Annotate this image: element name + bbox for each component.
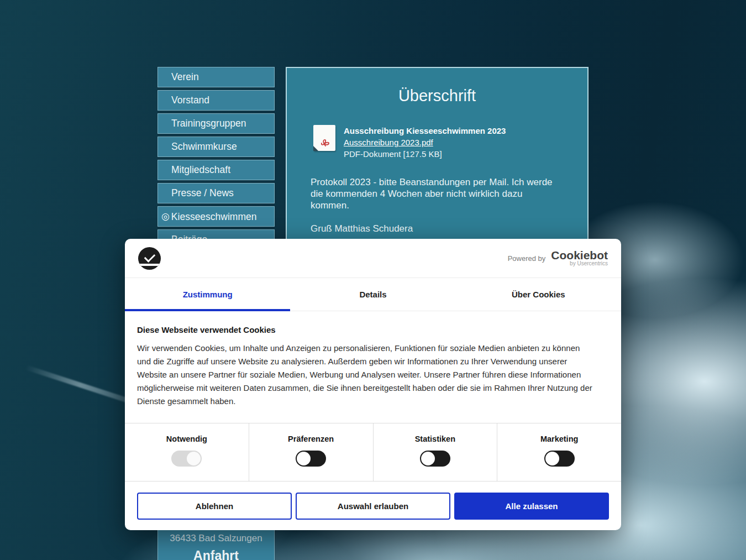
acrobat-swirl-icon (319, 136, 332, 148)
toggle-knob (297, 452, 311, 465)
tab-details[interactable]: Details (290, 278, 455, 311)
category-label: Statistiken (374, 435, 497, 443)
address-city: 36433 Bad Salzungen (158, 533, 274, 544)
sidebar-item-label: Kiesseeschwimmen (171, 207, 257, 226)
brand-block: Powered by Cookiebot by Usercentrics (508, 250, 608, 266)
dialog-buttons: Ablehnen Auswahl erlauben Alle zulassen (137, 493, 609, 520)
check-icon (144, 251, 156, 263)
category-statistiken: Statistiken (374, 423, 498, 481)
content-paragraph: Protokoll 2023 - bitte Beanstandungen pe… (311, 176, 557, 211)
dialog-description: Wir verwenden Cookies, um Inhalte und An… (137, 342, 596, 408)
dialog-heading: Diese Webseite verwendet Cookies (137, 325, 596, 334)
dialog-header: Powered by Cookiebot by Usercentrics (125, 239, 621, 278)
category-label: Notwendig (125, 435, 249, 443)
sidebar-nav: Verein Vorstand Trainingsgruppen Schwimm… (157, 67, 275, 253)
toggle-marketing[interactable] (544, 451, 575, 467)
category-marketing: Marketing (497, 423, 621, 481)
address-box: 36433 Bad Salzungen Anfahrt (157, 528, 275, 560)
pdf-doc-title: Ausschreibung Kiesseeschwimmen 2023 (344, 125, 506, 137)
dialog-body: Diese Webseite verwendet Cookies Wir ver… (125, 311, 621, 408)
allow-all-button[interactable]: Alle zulassen (454, 493, 609, 520)
page-title: Überschrift (287, 87, 587, 105)
content-signature: Gruß Matthias Schudera (311, 223, 564, 234)
sidebar-item-presse-news[interactable]: Presse / News (157, 183, 275, 203)
toggle-notwendig (171, 451, 202, 467)
sidebar-item-verein[interactable]: Verein (157, 67, 275, 87)
toggle-knob (187, 452, 201, 465)
cookiebot-wordmark: Cookiebot (551, 250, 608, 261)
address-heading: Anfahrt (158, 548, 274, 560)
category-notwendig: Notwendig (125, 423, 249, 481)
pdf-download-link[interactable]: Ausschreibung 2023.pdf (344, 138, 433, 147)
toggle-knob (421, 452, 435, 465)
active-tab-underline (125, 309, 290, 311)
sidebar-item-trainingsgruppen[interactable]: Trainingsgruppen (157, 113, 275, 134)
consent-categories: Notwendig Präferenzen Statistiken Market… (125, 423, 621, 482)
toggle-statistiken[interactable] (420, 451, 450, 467)
cookie-consent-dialog: Powered by Cookiebot by Usercentrics Zus… (125, 239, 621, 530)
cookiebot-logo (138, 247, 161, 270)
sidebar-item-vorstand[interactable]: Vorstand (157, 90, 275, 111)
tab-zustimmung[interactable]: Zustimmung (125, 278, 290, 311)
sidebar-item-mitgliedschaft[interactable]: Mitgliedschaft (157, 160, 275, 180)
dialog-tabs: Zustimmung Details Über Cookies (125, 278, 621, 311)
pdf-text-block: Ausschreibung Kiesseeschwimmen 2023 Auss… (344, 125, 506, 160)
toggle-knob (545, 452, 559, 465)
sidebar-item-kiesseeschwimmen[interactable]: ◎ Kiesseeschwimmen (157, 206, 275, 227)
tab-ueber-cookies[interactable]: Über Cookies (456, 278, 621, 311)
deny-button[interactable]: Ablehnen (137, 493, 292, 520)
category-label: Präferenzen (249, 435, 373, 443)
pdf-doc-meta: PDF-Dokument [127.5 KB] (344, 148, 506, 160)
powered-by-label: Powered by (508, 254, 546, 263)
category-label: Marketing (497, 435, 621, 443)
document-row-pdf: Ausschreibung Kiesseeschwimmen 2023 Auss… (311, 125, 587, 160)
sidebar-item-schwimmkurse[interactable]: Schwimmkurse (157, 137, 275, 157)
toggle-praeferenzen[interactable] (296, 451, 326, 467)
allow-selection-button[interactable]: Auswahl erlauben (296, 493, 450, 520)
bullseye-icon: ◎ (161, 212, 170, 221)
pdf-file-icon[interactable] (311, 125, 335, 151)
category-praeferenzen: Präferenzen (249, 423, 374, 481)
pdf-fold-shape (313, 146, 318, 151)
